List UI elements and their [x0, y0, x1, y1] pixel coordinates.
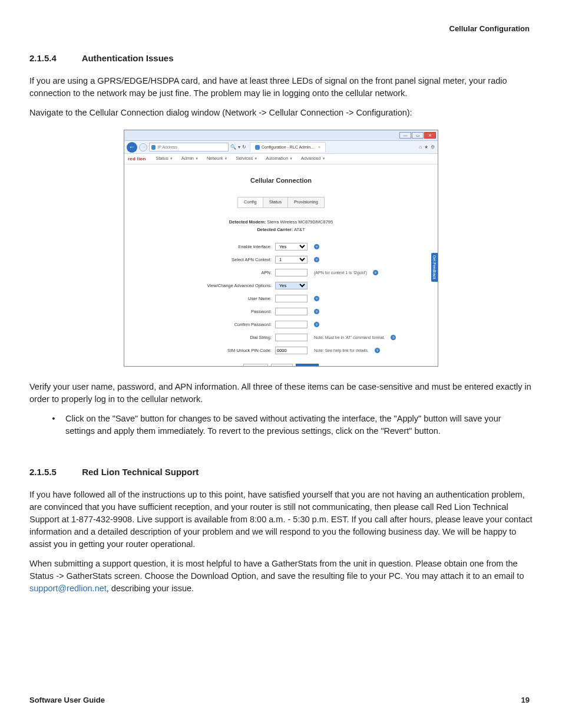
tab-provisioning[interactable]: Provisioning — [288, 197, 325, 208]
section-heading-auth: 2.1.5.4 Authentication Issues — [29, 52, 533, 64]
label-confirm-password: Confirm Password: — [160, 322, 272, 328]
nav-forward-button[interactable]: → — [139, 143, 147, 151]
window-maximize-button[interactable] — [412, 132, 424, 139]
footer-page-number: 19 — [521, 695, 530, 706]
menu-network[interactable]: Network▼ — [203, 156, 232, 162]
window-minimize-button[interactable] — [399, 132, 411, 139]
save-button[interactable]: Save — [271, 364, 293, 367]
tab-config[interactable]: Config — [237, 197, 263, 208]
tab-title: Configuration - RLC Admin... — [262, 144, 314, 150]
tab-status[interactable]: Status — [263, 197, 288, 208]
label-username: User Name: — [160, 296, 272, 302]
select-apn-context[interactable]: 1 — [275, 256, 308, 263]
titlebar-tray: ⌂ ★ ⚙ — [419, 144, 435, 150]
revert-button[interactable]: Revert — [243, 364, 268, 367]
input-apn[interactable] — [275, 269, 308, 276]
help-icon[interactable]: ? — [314, 322, 319, 327]
bullet-list: Click on the "Save" button for changes t… — [62, 413, 533, 437]
arrow-right-icon: → — [141, 145, 146, 150]
help-icon[interactable]: ? — [391, 335, 396, 340]
brand-logo: red lion — [128, 156, 146, 162]
body-paragraph: If you have followed all of the instruct… — [29, 489, 533, 551]
tab-close-icon[interactable]: × — [318, 144, 320, 150]
body-paragraph: When submitting a support question, it i… — [29, 558, 533, 595]
arrow-left-icon: ← — [129, 144, 135, 150]
window-titlebar — [124, 130, 438, 141]
tab-favicon-icon — [255, 145, 260, 150]
select-advanced-options[interactable]: Yes — [275, 282, 308, 289]
label-enable-interface: Enable Interface: — [160, 244, 272, 251]
section-number: 2.1.5.4 — [29, 52, 80, 64]
select-enable-interface[interactable]: Yes — [275, 243, 308, 251]
config-form: Enable Interface: Yes ? Select APN Conte… — [124, 243, 438, 354]
chevron-down-icon: ▼ — [224, 156, 227, 161]
menu-services[interactable]: Services▼ — [232, 156, 262, 162]
label-advanced-options: View/Change Advanced Options: — [160, 283, 272, 289]
address-field[interactable] — [149, 143, 229, 151]
screenshot-figure: ← → 🔍 ▾ ↻ Configuration - RLC Admin... ×… — [124, 130, 438, 367]
menu-automation[interactable]: Automation▼ — [262, 156, 297, 162]
window-close-button[interactable] — [424, 132, 436, 139]
help-icon[interactable]: ? — [314, 296, 319, 301]
star-icon[interactable]: ★ — [424, 144, 428, 150]
list-item: Click on the "Save" button for changes t… — [62, 413, 533, 437]
refresh-icon[interactable]: ↻ — [242, 144, 246, 150]
segment-tabs: Config Status Provisioning — [124, 197, 438, 208]
input-password[interactable] — [275, 308, 308, 315]
site-favicon-icon — [151, 145, 156, 150]
gear-icon[interactable]: ⚙ — [431, 144, 435, 150]
browser-address-bar: ← → 🔍 ▾ ↻ Configuration - RLC Admin... ×… — [124, 141, 438, 154]
chevron-down-icon: ▼ — [322, 156, 325, 161]
support-email-link[interactable]: support@redlion.net — [29, 584, 107, 593]
section-title: Authentication Issues — [82, 53, 174, 63]
help-icon[interactable]: ? — [375, 348, 380, 353]
body-paragraph: If you are using a GPRS/EDGE/HSDPA card,… — [29, 75, 533, 100]
section-title: Red Lion Technical Support — [82, 467, 199, 477]
label-dial-string: Dial String: — [160, 335, 272, 341]
dial-note: Note: Must be in 'AT' command format. — [314, 335, 385, 341]
body-paragraph: Verify your user name, password, and APN… — [29, 381, 533, 406]
address-input[interactable] — [157, 145, 226, 149]
menu-advanced[interactable]: Advanced▼ — [297, 156, 329, 162]
label-password: Password: — [160, 309, 272, 315]
input-sim-pin[interactable] — [275, 347, 308, 354]
browser-tab[interactable]: Configuration - RLC Admin... × — [250, 142, 326, 152]
apply-button[interactable]: Apply — [296, 364, 319, 367]
chevron-down-icon: ▼ — [254, 156, 257, 161]
chevron-down-icon: ▼ — [195, 156, 199, 161]
form-buttons: Revert Save Apply — [124, 364, 438, 367]
input-username[interactable] — [275, 295, 308, 302]
label-apn-context: Select APN Context: — [160, 257, 272, 263]
detected-info: Detected Modem: Sierra Wireless MC8790/M… — [124, 219, 438, 234]
search-icon[interactable]: 🔍 — [230, 144, 236, 150]
page-title: Cellular Connection — [124, 176, 438, 185]
help-icon[interactable]: ? — [373, 270, 378, 275]
home-icon[interactable]: ⌂ — [419, 144, 422, 150]
page-content: Cellular Connection Config Status Provis… — [124, 164, 438, 366]
dropdown-icon[interactable]: ▾ — [238, 144, 240, 150]
address-controls: 🔍 ▾ ↻ — [230, 144, 246, 150]
chevron-down-icon: ▼ — [289, 156, 293, 161]
nav-back-button[interactable]: ← — [127, 142, 137, 153]
app-menu-bar: red lion Status▼ Admin▼ Network▼ Service… — [124, 154, 438, 164]
help-icon[interactable]: ? — [314, 244, 319, 249]
input-confirm-password[interactable] — [275, 321, 308, 328]
help-icon[interactable]: ? — [314, 257, 319, 262]
label-sim-pin: SIM Unlock PIN Code: — [160, 348, 272, 354]
section-heading-support: 2.1.5.5 Red Lion Technical Support — [29, 466, 533, 478]
body-paragraph: Navigate to the Cellular Connection dial… — [29, 107, 533, 119]
footer-left: Software User Guide — [29, 695, 105, 706]
sim-note: Note: See help link for details. — [314, 348, 369, 354]
label-apn: APN: — [160, 270, 272, 276]
menu-status[interactable]: Status▼ — [152, 156, 177, 162]
browser-window: ← → 🔍 ▾ ↻ Configuration - RLC Admin... ×… — [124, 130, 438, 367]
chevron-down-icon: ▼ — [170, 156, 173, 161]
help-icon[interactable]: ? — [314, 309, 319, 314]
feedback-tab[interactable]: Get Feedback — [431, 253, 438, 282]
menu-admin[interactable]: Admin▼ — [177, 156, 203, 162]
apn-note: (APN for context 1 is 'i2gold') — [314, 270, 367, 276]
section-number: 2.1.5.5 — [29, 466, 80, 478]
input-dial-string[interactable] — [275, 334, 308, 341]
page-header-right: Cellular Configuration — [449, 24, 530, 34]
